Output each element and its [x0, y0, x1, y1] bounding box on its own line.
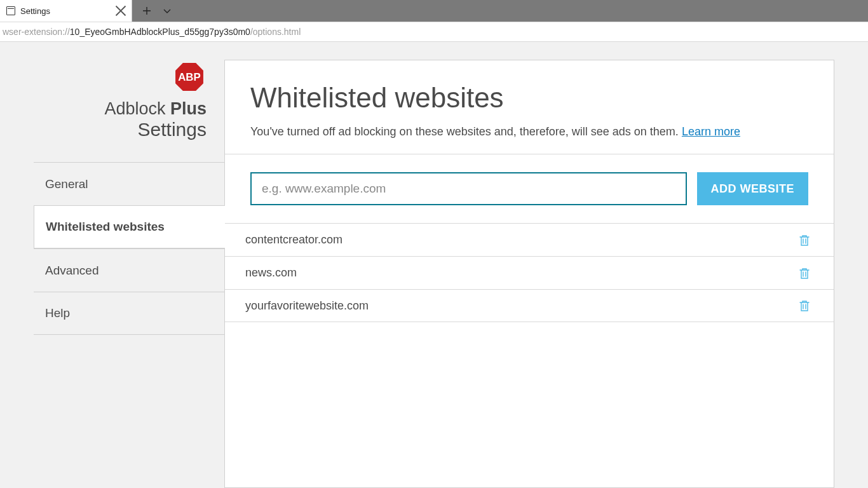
sidebar-item-label: Advanced [45, 264, 99, 278]
sidebar-item-general[interactable]: General [34, 162, 224, 205]
close-icon[interactable] [115, 5, 126, 17]
sidebar-item-whitelisted[interactable]: Whitelisted websites [34, 205, 225, 248]
page-title: Whitelisted websites [250, 82, 808, 114]
table-row: news.com [225, 256, 834, 289]
trash-icon[interactable] [796, 231, 813, 249]
add-website-input[interactable] [250, 172, 687, 205]
new-tab-button[interactable] [137, 1, 156, 20]
brand-first: Adblock [104, 99, 170, 118]
page: ABP Adblock Plus Settings General Whitel… [0, 42, 868, 488]
tabs-dropdown-button[interactable] [158, 1, 177, 20]
site-domain: yourfavoritewebsite.com [245, 299, 796, 313]
brand-bold: Plus [170, 99, 207, 118]
table-row: yourfavoritewebsite.com [225, 289, 834, 322]
page-description: You've turned off ad blocking on these w… [250, 125, 808, 139]
site-domain: news.com [245, 266, 796, 280]
description-text: You've turned off ad blocking on these w… [250, 125, 682, 138]
trash-icon[interactable] [796, 264, 813, 282]
tab-title: Settings [20, 6, 110, 16]
abp-logo-icon: ABP [172, 60, 207, 94]
site-domain: contentcreator.com [245, 233, 796, 247]
sidebar-item-label: Help [45, 306, 70, 320]
sidebar-item-label: General [45, 177, 88, 191]
brand-subtitle: Settings [34, 119, 224, 140]
tab-bar: Settings [0, 0, 868, 22]
learn-more-link[interactable]: Learn more [682, 125, 740, 138]
table-row: contentcreator.com [225, 223, 834, 256]
sidebar: ABP Adblock Plus Settings General Whitel… [34, 60, 224, 488]
sidebar-item-advanced[interactable]: Advanced [34, 248, 224, 292]
url-prefix: wser-extension:// [3, 27, 70, 37]
layout: ABP Adblock Plus Settings General Whitel… [34, 60, 834, 488]
browser-tab[interactable]: Settings [0, 0, 132, 22]
sidebar-item-help[interactable]: Help [34, 292, 224, 335]
brand-title: Adblock Plus [34, 99, 224, 119]
sidebar-nav: General Whitelisted websites Advanced He… [34, 162, 224, 335]
main-content: Whitelisted websites You've turned off a… [224, 60, 834, 488]
add-website-button[interactable]: ADD WEBSITE [697, 172, 809, 205]
url-path: /options.html [250, 27, 301, 37]
url-host: 10_EyeoGmbHAdblockPlus_d55gg7py3s0m0 [70, 27, 250, 37]
sidebar-item-label: Whitelisted websites [46, 220, 165, 234]
logo-wrap: ABP [34, 60, 224, 94]
whitelist-table: contentcreator.com news.com yourfavorite… [225, 223, 834, 322]
trash-icon[interactable] [796, 297, 813, 315]
tab-actions [132, 0, 182, 22]
browser-chrome: Settings wser-extension://10_EyeoGmbHAdb… [0, 0, 868, 42]
page-icon [6, 6, 15, 15]
main-header: Whitelisted websites You've turned off a… [225, 60, 834, 154]
address-bar[interactable]: wser-extension://10_EyeoGmbHAdblockPlus_… [0, 22, 868, 42]
svg-text:ABP: ABP [178, 71, 201, 83]
add-website-row: ADD WEBSITE [225, 154, 834, 223]
